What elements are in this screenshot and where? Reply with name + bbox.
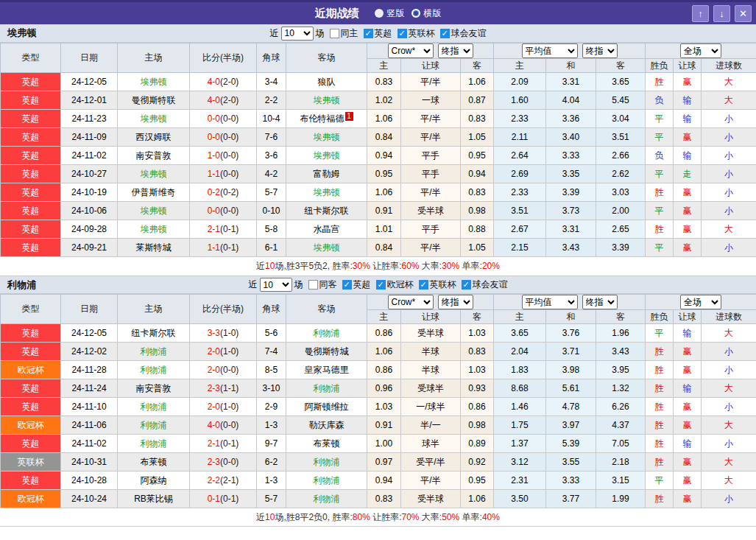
result-wdl: 负 xyxy=(646,91,674,110)
result-goals: 小 xyxy=(702,165,756,183)
same-venue-checkbox[interactable] xyxy=(330,29,339,38)
ah-away-odds: 0.83 xyxy=(461,110,494,128)
eu-home-odds: 3.65 xyxy=(494,324,546,343)
ah-handicap: 平/半 xyxy=(401,110,461,128)
league-badge: 英超 xyxy=(1,471,61,490)
scroll-down-button[interactable]: ↓ xyxy=(713,5,730,22)
league-checkbox-1[interactable]: ✓ xyxy=(376,280,386,290)
away-team: 埃弗顿 xyxy=(286,239,367,257)
ah-handicap: 半/一 xyxy=(401,416,461,435)
result-wdl: 胜 xyxy=(646,435,674,453)
odds-time-select[interactable]: 终指 xyxy=(438,43,473,58)
result-wdl: 胜 xyxy=(646,183,674,202)
home-team: 利物浦 xyxy=(118,398,190,416)
same-venue-checkbox[interactable] xyxy=(308,280,318,290)
odds-source-select[interactable]: Crow* xyxy=(388,43,434,58)
halftime-score: (1-0) xyxy=(220,346,239,357)
filter-controls: 近10场同客✓英超✓欧冠杯✓英联杯✓球会友谊 xyxy=(249,278,508,292)
league-checkbox-label-2: 球会友谊 xyxy=(451,27,487,40)
ah-home-odds: 0.86 xyxy=(367,361,401,379)
eu-draw-odds: 3.36 xyxy=(546,110,596,128)
scope-select[interactable]: 全场 xyxy=(680,43,721,58)
score: 1-1(0-1) xyxy=(190,239,257,257)
matches-label: 场 xyxy=(316,27,325,40)
league-checkbox-1[interactable]: ✓ xyxy=(398,29,407,38)
score: 4-0(2-0) xyxy=(190,91,257,110)
league-badge: 英超 xyxy=(1,91,61,110)
match-row: 欧冠杯24-11-06利物浦4-0(0-0)1-3勒沃库森0.91半/一0.98… xyxy=(1,416,756,435)
odds-time-select[interactable]: 终指 xyxy=(438,295,473,309)
europe-source-select[interactable]: 平均值 xyxy=(522,295,578,309)
ah-home-odds: 0.84 xyxy=(367,128,401,147)
sub-col-header-8: 进球数 xyxy=(702,310,756,324)
away-team: 富勒姆 xyxy=(286,165,367,183)
fulltime-score: 4-0 xyxy=(208,420,220,430)
fulltime-score: 1-0 xyxy=(208,150,220,161)
europe-source-select[interactable]: 平均值 xyxy=(522,43,578,58)
match-date: 24-11-02 xyxy=(61,435,118,453)
eu-draw-odds: 3.31 xyxy=(546,73,596,91)
match-row: 英超24-09-28埃弗顿2-1(0-1)5-8水晶宫1.01平手0.882.6… xyxy=(1,220,756,239)
ah-home-odds: 1.06 xyxy=(367,183,401,202)
home-team: 布莱顿 xyxy=(118,453,190,471)
eu-away-odds: 1.99 xyxy=(596,490,646,508)
corners: 0-10 xyxy=(257,202,286,220)
fulltime-score: 2-0 xyxy=(208,346,220,357)
sub-col-header-2: 客 xyxy=(461,310,494,324)
ah-handicap: 平/半 xyxy=(401,183,461,202)
league-checkbox-3[interactable]: ✓ xyxy=(462,280,471,290)
eu-home-odds: 3.50 xyxy=(494,490,546,508)
match-date: 24-11-06 xyxy=(61,416,118,435)
layout-radio-1[interactable] xyxy=(411,9,420,18)
match-row: 英超24-11-02利物浦2-1(0-1)9-7布莱顿1.00球半0.891.3… xyxy=(1,435,756,453)
result-wdl: 胜 xyxy=(646,453,674,471)
eu-draw-odds: 3.55 xyxy=(546,453,596,471)
score: 0-0(0-0) xyxy=(190,110,257,128)
layout-radio-0[interactable] xyxy=(375,9,384,18)
scroll-up-button[interactable]: ↑ xyxy=(692,5,709,22)
result-goals: 大 xyxy=(702,324,756,343)
match-date: 24-10-28 xyxy=(61,471,118,490)
ah-away-odds: 0.86 xyxy=(461,398,494,416)
halftime-score: (0-0) xyxy=(220,457,239,467)
result-handicap: 输 xyxy=(674,91,702,110)
recent-count-select[interactable]: 10 xyxy=(281,27,314,41)
same-venue-label: 同客 xyxy=(319,278,337,291)
ah-handicap: 平手 xyxy=(401,147,461,165)
away-team: 埃弗顿 xyxy=(286,147,367,165)
league-badge: 英超 xyxy=(1,183,61,202)
ah-handicap: 平/半 xyxy=(401,128,461,147)
league-checkbox-2[interactable]: ✓ xyxy=(440,29,450,38)
eu-home-odds: 2.67 xyxy=(494,220,546,239)
halftime-score: (0-0) xyxy=(220,169,239,179)
result-handicap: 赢 xyxy=(674,220,702,239)
league-badge: 英超 xyxy=(1,202,61,220)
sub-col-header-7: 让球 xyxy=(674,310,702,324)
halftime-score: (1-1) xyxy=(220,383,239,393)
ah-handicap: 球半 xyxy=(401,435,461,453)
score: 1-0(0-0) xyxy=(190,147,257,165)
eu-home-odds: 1.83 xyxy=(494,361,546,379)
europe-time-select[interactable]: 终指 xyxy=(582,43,618,58)
corners: 8-5 xyxy=(257,361,286,379)
league-checkbox-0[interactable]: ✓ xyxy=(364,29,373,38)
away-team: 埃弗顿 xyxy=(286,128,367,147)
eu-draw-odds: 3.71 xyxy=(546,343,596,361)
eu-draw-odds: 3.76 xyxy=(546,324,596,343)
eu-away-odds: 4.37 xyxy=(596,416,646,435)
fulltime-score: 2-2 xyxy=(208,475,220,485)
odds-source-select[interactable]: Crow* xyxy=(388,295,434,309)
summary-text: 30% xyxy=(442,261,459,271)
recent-count-select[interactable]: 10 xyxy=(260,278,292,292)
score: 2-1(0-1) xyxy=(190,220,257,239)
close-button[interactable]: ✕ xyxy=(735,5,752,22)
halftime-score: (0-1) xyxy=(220,224,239,234)
summary-text: 场,胜8平2负0, 胜率: xyxy=(275,512,352,522)
league-checkbox-2[interactable]: ✓ xyxy=(419,280,428,290)
europe-time-select[interactable]: 终指 xyxy=(582,295,618,309)
league-checkbox-0[interactable]: ✓ xyxy=(342,280,352,290)
scope-select[interactable]: 全场 xyxy=(680,295,721,309)
eu-away-odds: 1.96 xyxy=(596,324,646,343)
eu-draw-odds: 3.98 xyxy=(546,361,596,379)
match-date: 24-12-01 xyxy=(61,91,118,110)
